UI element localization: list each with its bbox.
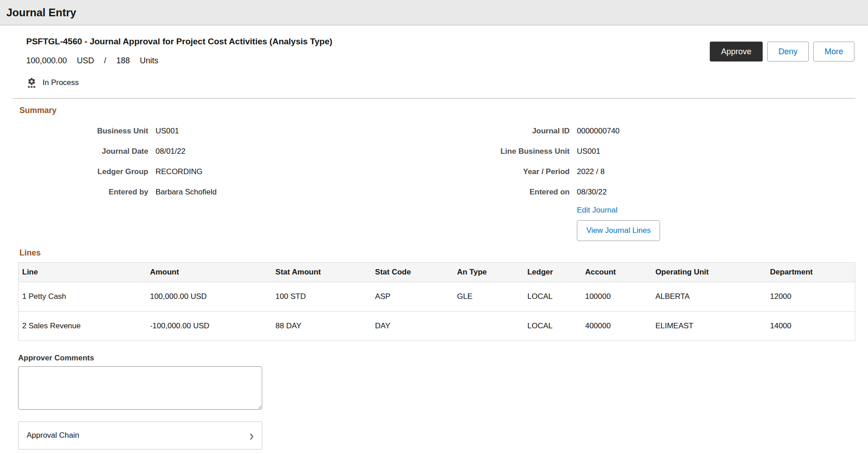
approver-comments-label: Approver Comments xyxy=(18,354,855,363)
summary-right-column: Journal ID 0000000740 Line Business Unit… xyxy=(434,121,855,241)
field-value: 08/01/22 xyxy=(156,147,434,156)
edit-journal-link[interactable]: Edit Journal xyxy=(577,206,855,215)
cell-operating-unit: ELIMEAST xyxy=(652,312,767,341)
field-ledger-group: Ledger Group RECORDING xyxy=(13,161,434,182)
edit-journal-row: Edit Journal xyxy=(434,202,855,218)
content-wrapper: PSFTGL-4560 - Journal Approval for Proje… xyxy=(13,25,855,449)
field-label: Entered on xyxy=(434,188,570,197)
field-value: 08/30/22 xyxy=(577,188,855,197)
field-label: Journal Date xyxy=(13,147,148,156)
cell-amount: 100,000.00 USD xyxy=(146,282,272,312)
column-header-account: Account xyxy=(581,263,651,282)
column-header-line: Line xyxy=(19,263,146,282)
cell-an-type xyxy=(453,312,524,341)
field-value: US001 xyxy=(577,147,855,156)
field-line-business-unit: Line Business Unit US001 xyxy=(434,141,855,161)
status-row: In Process xyxy=(26,77,332,88)
field-year-period: Year / Period 2022 / 8 xyxy=(434,161,855,182)
lines-section: Lines Line Amount Stat Amount Stat Code … xyxy=(13,248,855,341)
field-entered-on: Entered on 08/30/22 xyxy=(434,182,855,202)
field-journal-date: Journal Date 08/01/22 xyxy=(13,141,434,161)
column-header-operating-unit: Operating Unit xyxy=(652,263,767,282)
summary-left-column: Business Unit US001 Journal Date 08/01/2… xyxy=(13,121,434,241)
field-value: US001 xyxy=(156,127,434,136)
column-header-stat-amount: Stat Amount xyxy=(272,263,371,282)
banner-left: PSFTGL-4560 - Journal Approval for Proje… xyxy=(26,36,332,88)
cell-operating-unit: ALBERTA xyxy=(652,282,767,312)
field-value: 2022 / 8 xyxy=(577,167,855,176)
cell-ledger: LOCAL xyxy=(524,312,581,341)
field-label: Journal ID xyxy=(434,127,570,136)
approval-chain-label: Approval Chain xyxy=(27,431,79,440)
field-business-unit: Business Unit US001 xyxy=(13,121,434,141)
view-journal-lines-row: View Journal Lines xyxy=(434,220,855,241)
column-header-amount: Amount xyxy=(146,263,272,282)
cell-line: 1 Petty Cash xyxy=(19,282,146,312)
cell-stat-code: ASP xyxy=(372,282,453,312)
approver-comments-input[interactable] xyxy=(18,366,262,410)
column-header-an-type: An Type xyxy=(453,263,524,282)
cell-an-type: GLE xyxy=(453,282,524,312)
units-value: 188 xyxy=(116,56,130,66)
more-button[interactable]: More xyxy=(813,42,854,61)
field-label: Ledger Group xyxy=(13,167,148,176)
banner-actions: Approve Deny More xyxy=(710,42,854,61)
cell-department: 12000 xyxy=(766,282,855,312)
field-label: Business Unit xyxy=(13,127,148,136)
cell-stat-amount: 100 STD xyxy=(272,282,371,312)
status-text: In Process xyxy=(42,78,79,87)
lines-heading: Lines xyxy=(19,248,855,258)
cell-account: 400000 xyxy=(581,312,651,341)
approval-chain-button[interactable]: Approval Chain › xyxy=(18,421,262,449)
table-row: 2 Sales Revenue -100,000.00 USD 88 DAY D… xyxy=(19,312,855,341)
column-header-department: Department xyxy=(766,263,855,282)
table-row: 1 Petty Cash 100,000.00 USD 100 STD ASP … xyxy=(19,282,855,312)
banner-divider xyxy=(13,98,855,99)
view-journal-lines-button[interactable]: View Journal Lines xyxy=(577,220,660,241)
cell-line: 2 Sales Revenue xyxy=(19,312,146,341)
amount-row: 100,000.00 USD / 188 Units xyxy=(26,56,332,66)
comments-block: Approver Comments Approval Chain › xyxy=(18,354,855,449)
cell-department: 14000 xyxy=(766,312,855,341)
units-label: Units xyxy=(140,56,158,66)
summary-heading: Summary xyxy=(19,106,855,115)
app-header: Journal Entry xyxy=(0,0,868,25)
page-title: Journal Entry xyxy=(6,6,76,19)
deny-button[interactable]: Deny xyxy=(767,42,809,61)
amount-separator: / xyxy=(104,56,106,66)
field-value: Barbara Schofield xyxy=(156,188,434,197)
cell-amount: -100,000.00 USD xyxy=(146,312,272,341)
field-value: RECORDING xyxy=(156,167,434,176)
summary-grid: Business Unit US001 Journal Date 08/01/2… xyxy=(13,121,855,241)
table-header-row: Line Amount Stat Amount Stat Code An Typ… xyxy=(19,263,855,282)
approve-button[interactable]: Approve xyxy=(710,42,763,61)
field-value: 0000000740 xyxy=(577,127,855,136)
cell-stat-amount: 88 DAY xyxy=(272,312,371,341)
currency-code: USD xyxy=(77,56,94,66)
field-label: Entered by xyxy=(13,188,148,197)
approval-banner: PSFTGL-4560 - Journal Approval for Proje… xyxy=(13,25,855,88)
chevron-right-icon: › xyxy=(250,428,254,443)
field-label: Year / Period xyxy=(434,167,570,176)
amount-value: 100,000.00 xyxy=(26,56,67,66)
transaction-title: PSFTGL-4560 - Journal Approval for Proje… xyxy=(26,36,332,47)
column-header-ledger: Ledger xyxy=(524,263,581,282)
in-process-gear-icon xyxy=(26,77,37,88)
field-journal-id: Journal ID 0000000740 xyxy=(434,121,855,141)
cell-stat-code: DAY xyxy=(372,312,453,341)
field-label: Line Business Unit xyxy=(434,147,570,156)
cell-ledger: LOCAL xyxy=(524,282,581,312)
column-header-stat-code: Stat Code xyxy=(372,263,453,282)
cell-account: 100000 xyxy=(581,282,651,312)
field-entered-by: Entered by Barbara Schofield xyxy=(13,182,434,202)
journal-lines-table: Line Amount Stat Amount Stat Code An Typ… xyxy=(18,262,855,341)
